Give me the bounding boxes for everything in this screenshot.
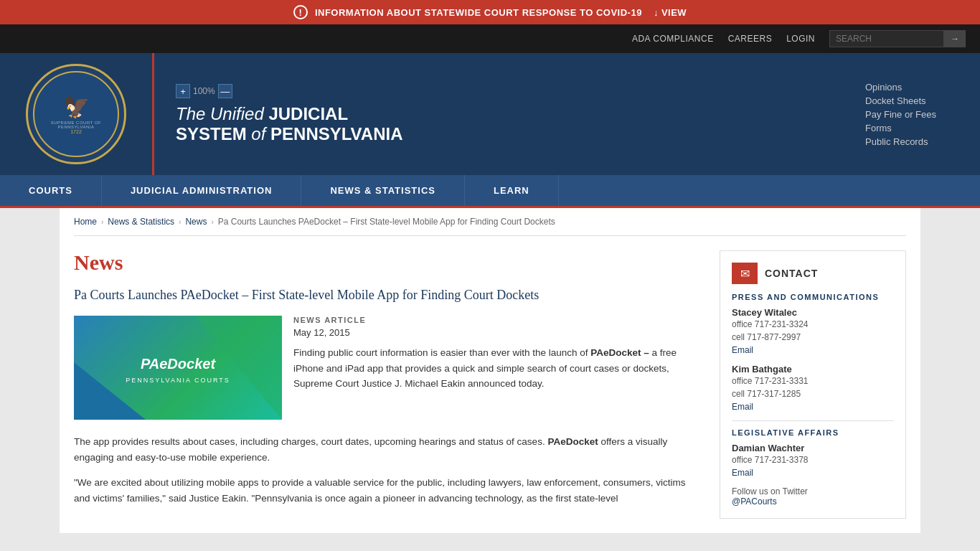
search-input[interactable] [829,30,944,47]
breadcrumb-sep-2: › [179,218,181,226]
zoom-in-button[interactable]: + [176,84,190,98]
contact-person-stacey: Stacey Witalec office 717-231-3324 cell … [732,307,894,355]
quick-link-docket-sheets[interactable]: Docket Sheets [865,95,966,106]
breadcrumb-news-stats[interactable]: News & Statistics [108,217,174,227]
article-para2: The app provides results about cases, in… [74,434,698,466]
breadcrumb: Home › News & Statistics › News › Pa Cou… [74,208,906,236]
quick-link-public-records[interactable]: Public Records [865,136,966,147]
mail-icon: ✉ [732,263,758,284]
article-intro-text: Finding public court information is easi… [293,345,698,392]
breadcrumb-sep-3: › [211,218,213,226]
search-button[interactable]: → [944,30,966,47]
nav-judicial-admin[interactable]: JUDICIAL ADMINISTRATION [102,175,302,206]
seal-text: SUPREME COURT OF PENNSYLVANIA [40,121,112,129]
news-date: May 12, 2015 [293,327,698,338]
contact-cell-kim: cell 717-317-1285 [732,387,894,400]
contact-person-damian: Damian Wachter office 717-231-3378 Email [732,443,894,478]
contact-box: ✉ CONTACT PRESS AND COMMUNICATIONS Stace… [720,250,906,519]
legislative-label: LEGISLATIVE AFFAIRS [732,428,894,437]
article-area: News Pa Courts Launches PAeDocket – Firs… [74,250,698,519]
contact-title: CONTACT [765,268,818,279]
contact-office-damian: office 717-231-3378 [732,453,894,466]
login-link[interactable]: LOGIN [786,34,815,44]
intro-text: Finding public court information is easi… [293,347,590,358]
pa-text: PA [141,356,159,372]
title-pennsylvania: PENNSYLVANIA [270,124,402,143]
quick-links: Opinions Docket Sheets Pay Fine or Fees … [851,53,980,175]
twitter-line: Follow us on Twitter @PACourts [732,486,894,507]
contact-office-kim: office 717-231-3331 [732,375,894,387]
para2-start: The app provides results about cases, in… [74,436,547,447]
alert-bar: ! INFORMATION ABOUT STATEWIDE COURT RESP… [0,0,980,24]
eagle-icon: 🦅 [63,94,90,119]
title-system: SYSTEM [176,124,247,143]
contact-office-stacey: office 717-231-3324 [732,318,894,331]
view-label: VIEW [661,7,687,18]
sidebar: ✉ CONTACT PRESS AND COMMUNICATIONS Stace… [720,250,906,519]
site-title-line1: The Unified JUDICIAL [176,104,829,124]
seal-inner: 🦅 SUPREME COURT OF PENNSYLVANIA 1722 [33,71,119,157]
article-title: Pa Courts Launches PAeDocket – First Sta… [74,286,698,304]
seal-logo: 🦅 SUPREME COURT OF PENNSYLVANIA 1722 [26,64,126,164]
contact-divider [732,420,894,421]
paedocket-sub: PENNSYLVANIA COURTS [126,377,230,384]
alert-text: INFORMATION ABOUT STATEWIDE COURT RESPON… [315,7,642,18]
top-nav: ADA COMPLIANCE CAREERS LOGIN → [0,24,980,53]
title-unified: The Unified [176,104,264,123]
contact-person-kim: Kim Bathgate office 717-231-3331 cell 71… [732,364,894,412]
intro-bold: PAeDocket – [590,347,649,358]
contact-email-stacey[interactable]: Email [732,345,753,355]
breadcrumb-sep-1: › [101,218,103,226]
alert-view-link[interactable]: ↓ VIEW [654,7,687,18]
quick-link-opinions[interactable]: Opinions [865,82,966,93]
zoom-percent: 100% [193,86,215,96]
breadcrumb-news[interactable]: News [185,217,207,227]
article-image: PAeDocket PENNSYLVANIA COURTS [74,316,282,420]
title-of: of [251,124,265,143]
contact-name-stacey: Stacey Witalec [732,307,894,318]
header: 🦅 SUPREME COURT OF PENNSYLVANIA 1722 + 1… [0,53,980,175]
contact-header: ✉ CONTACT [732,263,894,284]
seal-year: 1722 [70,129,82,134]
article-para3: "We are excited about utilizing mobile a… [74,475,698,507]
para2-bold: PAeDocket [547,436,598,447]
contact-name-damian: Damian Wachter [732,443,894,453]
header-title-area: + 100% — The Unified JUDICIAL SYSTEM of … [154,53,851,175]
zoom-out-button[interactable]: — [218,84,232,98]
press-label: PRESS AND COMMUNICATIONS [732,293,894,301]
breadcrumb-current: Pa Courts Launches PAeDocket – First Sta… [218,217,555,227]
nav-learn[interactable]: LEARN [465,175,559,206]
paedocket-logo: PAeDocket [126,352,230,374]
contact-cell-stacey: cell 717-877-2997 [732,331,894,344]
chevron-down-icon: ↓ [654,7,659,18]
zoom-controls: + 100% — [176,84,829,98]
twitter-handle-link[interactable]: @PACourts [732,496,777,507]
content-area: Home › News & Statistics › News › Pa Cou… [60,208,920,533]
quick-link-forms[interactable]: Forms [865,123,966,133]
twitter-text: Follow us on Twitter [732,486,808,496]
title-judicial: JUDICIAL [268,104,348,123]
section-heading: News [74,250,698,275]
page-body: News Pa Courts Launches PAeDocket – Firs… [74,236,906,533]
contact-email-damian[interactable]: Email [732,468,753,478]
contact-name-kim: Kim Bathgate [732,364,894,375]
quick-link-pay-fine[interactable]: Pay Fine or Fees [865,109,966,120]
breadcrumb-home[interactable]: Home [74,217,97,227]
docket-text: Docket [167,356,215,372]
main-nav: COURTS JUDICIAL ADMINISTRATION NEWS & ST… [0,175,980,208]
alert-icon: ! [293,5,308,19]
nav-courts[interactable]: COURTS [0,175,102,206]
article-content-block: NEWS ARTICLE May 12, 2015 Finding public… [293,316,698,392]
nav-news-stats[interactable]: NEWS & STATISTICS [301,175,465,206]
logo-area: 🦅 SUPREME COURT OF PENNSYLVANIA 1722 [0,53,154,175]
careers-link[interactable]: CAREERS [728,34,773,44]
e-text: e [159,356,167,372]
search-form: → [829,30,966,47]
site-title-line2: SYSTEM of PENNSYLVANIA [176,124,829,144]
ada-compliance-link[interactable]: ADA COMPLIANCE [632,34,714,44]
contact-email-kim[interactable]: Email [732,402,753,412]
article-title-link[interactable]: Pa Courts Launches PAeDocket – First Sta… [74,288,539,302]
news-label: NEWS ARTICLE [293,316,698,324]
